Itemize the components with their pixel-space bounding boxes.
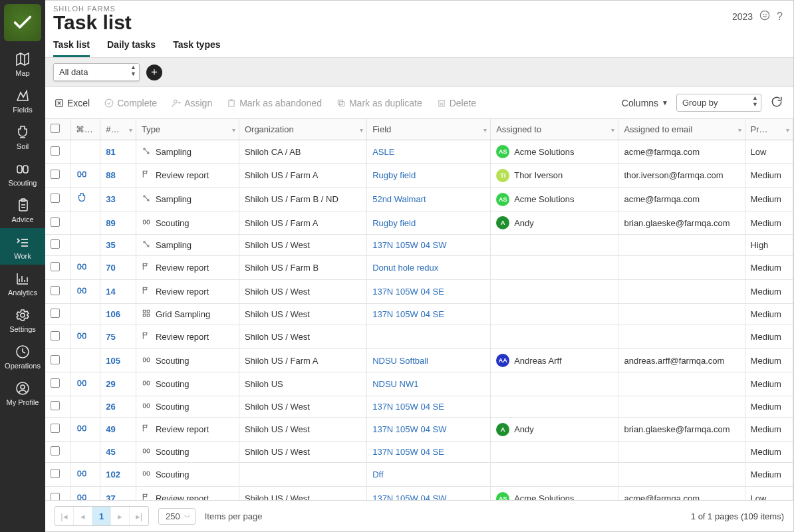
filter-icon[interactable]: ▾	[611, 126, 614, 133]
columns-dropdown[interactable]: Columns ▼	[622, 98, 668, 108]
field-link[interactable]: 52nd Walmart	[367, 188, 491, 211]
table-row[interactable]: 106Grid SamplingShiloh US / West137N 105…	[45, 304, 793, 325]
col-type[interactable]: Type▾	[136, 119, 239, 140]
delete-button[interactable]: Delete	[437, 98, 476, 108]
task-id-link[interactable]: 81	[100, 140, 136, 164]
data-filter-dropdown[interactable]: All data ▲▼	[53, 63, 140, 81]
field-link[interactable]: 137N 105W 04 SW	[367, 235, 491, 256]
task-id-link[interactable]: 49	[100, 418, 136, 442]
row-checkbox[interactable]	[51, 378, 60, 388]
col-field[interactable]: Field▾	[367, 119, 491, 140]
table-row[interactable]: 88Review reportShiloh US / Farm ARugby f…	[45, 164, 793, 188]
row-checkbox[interactable]	[51, 424, 60, 433]
filter-icon[interactable]: ▾	[738, 126, 741, 133]
table-row[interactable]: 89ScoutingShiloh US / Farm ARugby fieldA…	[45, 211, 793, 235]
field-link[interactable]: Rugby field	[367, 211, 491, 235]
task-id-link[interactable]: 106	[100, 304, 136, 325]
pager-first[interactable]: |◂	[55, 507, 74, 525]
row-checkbox[interactable]	[51, 401, 60, 410]
add-button[interactable]: ＋	[146, 65, 162, 80]
nav-item-work[interactable]: Work	[0, 228, 45, 265]
task-id-link[interactable]: 37	[100, 487, 136, 501]
field-link[interactable]: NDSU NW1	[367, 372, 491, 396]
table-row[interactable]: 102ScoutingDffMedium	[45, 463, 793, 487]
help-icon[interactable]: ?	[777, 11, 783, 23]
filter-icon[interactable]: ▾	[360, 126, 363, 133]
filter-icon[interactable]: ▾	[129, 126, 132, 133]
assignee-link[interactable]: Andreas Arff	[514, 356, 561, 366]
table-row[interactable]: 35SamplingShiloh US / West137N 105W 04 S…	[45, 235, 793, 256]
row-checkbox[interactable]	[51, 239, 60, 249]
refresh-button[interactable]	[769, 94, 784, 111]
tab-task-list[interactable]: Task list	[53, 39, 90, 57]
task-id-link[interactable]: 89	[100, 211, 136, 235]
assignee-link[interactable]: Andy	[514, 218, 534, 228]
field-link[interactable]: 137N 105W 04 SW	[367, 487, 491, 501]
task-id-link[interactable]: 45	[100, 442, 136, 463]
nav-item-map[interactable]: Map	[0, 45, 45, 82]
assignee-link[interactable]: Andy	[514, 424, 534, 434]
nav-item-advice[interactable]: Advice	[0, 192, 45, 228]
task-id-link[interactable]: 70	[100, 256, 136, 280]
task-id-link[interactable]: 102	[100, 463, 136, 487]
assignee-link[interactable]: Acme Solutions	[514, 147, 574, 157]
group-by-dropdown[interactable]: Group by ▲▼	[676, 94, 761, 112]
field-link[interactable]: 137N 105W 04 SW	[367, 418, 491, 442]
assignee-link[interactable]: Acme Solutions	[514, 194, 574, 204]
assignee-link[interactable]: Thor Iverson	[514, 170, 563, 180]
table-row[interactable]: 105ScoutingShiloh US / Farm ANDSU Softba…	[45, 349, 793, 372]
task-id-link[interactable]: 105	[100, 349, 136, 372]
pager-next[interactable]: ▸	[111, 507, 130, 525]
complete-button[interactable]: Complete	[104, 98, 157, 108]
col-email[interactable]: Assigned to email▾	[618, 119, 745, 140]
table-row[interactable]: 14Review reportShiloh US / West137N 105W…	[45, 280, 793, 304]
row-checkbox[interactable]	[51, 446, 60, 456]
pager-prev[interactable]: ◂	[74, 507, 92, 525]
nav-item-operations[interactable]: Operations	[0, 338, 45, 374]
mark-duplicate-button[interactable]: Mark as duplicate	[336, 98, 422, 108]
filter-icon[interactable]: ▾	[786, 126, 789, 133]
table-row[interactable]: 49Review reportShiloh US / West137N 105W…	[45, 418, 793, 442]
tab-task-types[interactable]: Task types	[173, 39, 220, 57]
field-link[interactable]	[367, 325, 491, 349]
row-checkbox[interactable]	[51, 170, 60, 179]
row-checkbox[interactable]	[51, 262, 60, 271]
tab-daily-tasks[interactable]: Daily tasks	[107, 39, 156, 57]
face-icon[interactable]	[759, 10, 770, 23]
row-checkbox[interactable]	[51, 469, 60, 478]
assignee-link[interactable]: Acme Solutions	[514, 493, 574, 500]
task-id-link[interactable]: 14	[100, 280, 136, 304]
field-link[interactable]: 137N 105W 04 SE	[367, 396, 491, 418]
col-link[interactable]: ⌘…	[70, 119, 100, 140]
task-id-link[interactable]: 88	[100, 164, 136, 188]
row-checkbox[interactable]	[51, 286, 60, 295]
row-checkbox[interactable]	[51, 493, 60, 500]
filter-icon[interactable]: ▾	[232, 126, 235, 133]
table-row[interactable]: 33SamplingShiloh US / Farm B / ND52nd Wa…	[45, 188, 793, 211]
table-row[interactable]: 75Review reportShiloh US / WestMedium	[45, 325, 793, 349]
row-checkbox[interactable]	[51, 355, 60, 364]
nav-item-fields[interactable]: Fields	[0, 82, 45, 118]
task-id-link[interactable]: 26	[100, 396, 136, 418]
nav-item-analytics[interactable]: Analytics	[0, 265, 45, 301]
field-link[interactable]: Rugby field	[367, 164, 491, 188]
col-select[interactable]	[45, 119, 70, 140]
row-checkbox[interactable]	[51, 194, 60, 203]
field-link[interactable]: Donut hole redux	[367, 256, 491, 280]
table-row[interactable]: 45ScoutingShiloh US / West137N 105W 04 S…	[45, 442, 793, 463]
nav-item-settings[interactable]: Settings	[0, 301, 45, 338]
pager-page[interactable]: 1	[92, 507, 111, 525]
task-id-link[interactable]: 75	[100, 325, 136, 349]
table-row[interactable]: 81SamplingShiloh CA / ABASLEASAcme Solut…	[45, 140, 793, 164]
table-row[interactable]: 29ScoutingShiloh USNDSU NW1Medium	[45, 372, 793, 396]
field-link[interactable]: 137N 105W 04 SE	[367, 304, 491, 325]
export-excel-button[interactable]: Excel	[55, 98, 90, 108]
row-checkbox[interactable]	[51, 309, 60, 318]
field-link[interactable]: 137N 105W 04 SE	[367, 280, 491, 304]
field-link[interactable]: 137N 105W 04 SE	[367, 442, 491, 463]
nav-item-scouting[interactable]: Scouting	[0, 155, 45, 192]
col-assigned[interactable]: Assigned to▾	[491, 119, 618, 140]
field-link[interactable]: Dff	[367, 463, 491, 487]
table-row[interactable]: 37Review reportShiloh US / West137N 105W…	[45, 487, 793, 501]
col-priority[interactable]: Pr…▾	[745, 119, 793, 140]
